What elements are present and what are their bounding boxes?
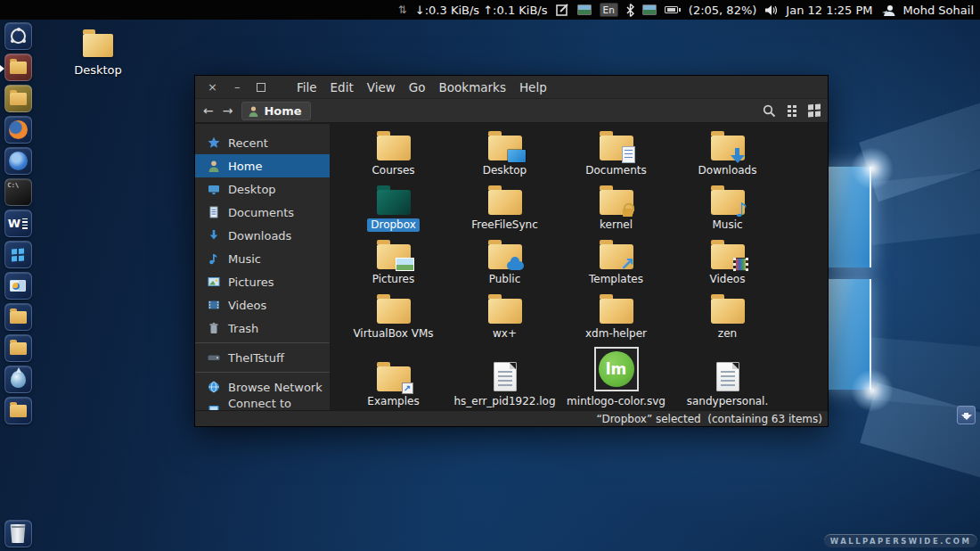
terminal-icon[interactable]: C:\: [4, 178, 32, 206]
sidebar-item-videos[interactable]: Videos: [195, 293, 330, 317]
word-processor-icon[interactable]: W: [4, 210, 32, 237]
wallpaper-changer-icon[interactable]: [642, 4, 657, 15]
file-item[interactable]: ↗Templates: [560, 234, 672, 289]
status-text: “Dropbox” selected (containing 63 items): [597, 413, 822, 425]
files-app-icon[interactable]: [4, 85, 32, 112]
thunderbird-icon[interactable]: [4, 147, 32, 175]
file-item[interactable]: lmmintlogo-color.svg: [560, 343, 672, 410]
close-button[interactable]: ×: [208, 81, 217, 93]
folder-locked-icon: [600, 190, 633, 215]
folder-icon: [488, 190, 522, 215]
file-label: Courses: [368, 164, 418, 177]
file-label: wx+: [489, 327, 520, 341]
desktop-shortcut[interactable]: Desktop: [67, 34, 129, 77]
trash-icon[interactable]: [4, 520, 32, 547]
search-icon[interactable]: [763, 104, 776, 118]
ubuntu-launcher-icon[interactable]: [4, 22, 32, 50]
menu-edit[interactable]: Edit: [331, 80, 354, 95]
clock[interactable]: Jan 12 1:25 PM: [786, 4, 872, 17]
back-button[interactable]: ←: [203, 103, 214, 118]
sidebar-item-music[interactable]: Music: [195, 247, 330, 270]
file-label: VirtualBox VMs: [349, 327, 437, 341]
firefox-icon[interactable]: [4, 116, 32, 144]
file-label: Documents: [582, 164, 649, 177]
file-item[interactable]: zen: [672, 289, 783, 343]
sidebar-label: TheITstuff: [228, 351, 284, 365]
file-manager-window: × – File Edit View Go Bookmarks Help ← →: [194, 75, 829, 427]
forward-button[interactable]: →: [223, 103, 233, 118]
file-label: FreeFileSync: [468, 218, 541, 232]
sidebar-item-home[interactable]: Home: [195, 154, 330, 177]
folder-documents-icon: [600, 136, 633, 160]
file-item[interactable]: Documents: [560, 126, 672, 180]
minimize-button[interactable]: –: [234, 81, 241, 93]
sidebar-item-theitstuff-drive[interactable]: TheITstuff: [195, 346, 330, 369]
menu-file[interactable]: File: [297, 80, 317, 95]
sidebar-item-browse-network[interactable]: Browse Network: [195, 375, 330, 399]
folder-shortcut-icon[interactable]: [4, 397, 32, 424]
download-indicator-icon[interactable]: [957, 406, 976, 424]
office-app-icon[interactable]: [4, 272, 32, 300]
sidebar-item-recent[interactable]: Recent: [195, 131, 330, 154]
sidebar-item-desktop[interactable]: Desktop: [195, 177, 330, 201]
bluetooth-icon[interactable]: [626, 4, 634, 17]
film-emblem: [733, 258, 748, 271]
file-item[interactable]: ♪Music: [672, 180, 783, 234]
menu-view[interactable]: View: [367, 80, 396, 95]
file-item[interactable]: Downloads: [672, 126, 783, 180]
screenshot-tool-icon[interactable]: [577, 4, 592, 15]
compact-view-icon[interactable]: [788, 105, 796, 117]
username[interactable]: Mohd Sohail: [903, 4, 974, 17]
sidebar-label: Desktop: [228, 183, 276, 196]
file-item[interactable]: Courses: [338, 126, 449, 180]
menu-bookmarks[interactable]: Bookmarks: [439, 80, 506, 95]
volume-icon[interactable]: [764, 4, 778, 16]
file-item[interactable]: hs_err_pid1922.log: [449, 343, 560, 410]
compose-icon[interactable]: [556, 4, 569, 16]
folder-public-icon: [488, 244, 522, 269]
sidebar-label: Trash: [228, 322, 258, 335]
folder-shortcut-icon[interactable]: [4, 303, 32, 331]
file-label: kernel: [596, 218, 636, 232]
sidebar-item-trash[interactable]: Trash: [195, 317, 330, 340]
file-pane[interactable]: Courses Desktop Documents Downloads Drop…: [331, 124, 828, 410]
menu-go[interactable]: Go: [409, 80, 426, 95]
folder-icon: [711, 299, 745, 324]
file-item[interactable]: kernel: [560, 180, 672, 234]
file-item[interactable]: Public: [449, 234, 560, 289]
sidebar-label: Browse Network: [228, 381, 323, 394]
file-item[interactable]: Videos: [672, 234, 783, 289]
terminal-glyph: C:\: [8, 182, 20, 189]
file-item[interactable]: wx+: [449, 289, 560, 343]
file-item[interactable]: FreeFileSync: [449, 180, 560, 234]
deluge-icon[interactable]: [4, 366, 32, 393]
location-breadcrumb[interactable]: Home: [241, 102, 310, 120]
file-item[interactable]: ↗Examples: [338, 343, 449, 410]
battery-icon[interactable]: [665, 6, 681, 13]
file-item[interactable]: Desktop: [449, 126, 560, 180]
sidebar-item-documents[interactable]: Documents: [195, 201, 330, 224]
desktop-emblem: [508, 150, 526, 162]
titlebar[interactable]: × – File Edit View Go Bookmarks Help: [195, 76, 828, 99]
text-file-icon: [716, 362, 739, 391]
sidebar-item-connect-to-server[interactable]: Connect to Server: [195, 399, 330, 410]
file-label: Downloads: [695, 164, 761, 177]
windows-apps-icon[interactable]: [4, 241, 32, 268]
sidebar-item-pictures[interactable]: Pictures: [195, 270, 330, 293]
icon-view-icon[interactable]: [808, 104, 821, 117]
file-item[interactable]: VirtualBox VMs: [338, 289, 449, 343]
file-item[interactable]: sandypersonal.: [672, 343, 783, 410]
sidebar-item-downloads[interactable]: Downloads: [195, 224, 330, 247]
file-item-selected[interactable]: Dropbox: [338, 180, 449, 234]
link-emblem: ↗: [402, 382, 413, 394]
network-traffic-icon[interactable]: ⇅: [398, 4, 407, 16]
file-manager-icon[interactable]: [4, 53, 32, 81]
keyboard-layout-indicator[interactable]: En: [600, 3, 618, 17]
menu-help[interactable]: Help: [519, 80, 547, 95]
folder-shortcut-icon[interactable]: [4, 334, 32, 362]
maximize-button[interactable]: [257, 83, 265, 92]
desktop-icon: [208, 183, 220, 195]
file-item[interactable]: xdm-helper: [560, 289, 672, 343]
home-avatar-icon: [248, 105, 259, 117]
file-item[interactable]: Pictures: [338, 234, 449, 289]
